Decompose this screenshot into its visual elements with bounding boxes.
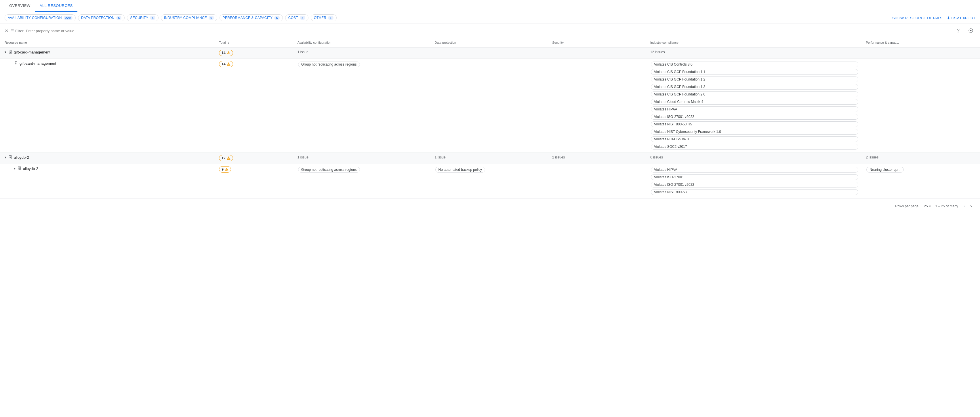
security-cell bbox=[549, 59, 647, 153]
pagination-nav: ‹ › bbox=[963, 202, 973, 210]
right-actions: SHOW RESOURCE DETAILS ⬇ CSV EXPORT bbox=[892, 16, 975, 20]
group-name: gift-card-management bbox=[14, 50, 50, 54]
sort-icon[interactable]: ↓ bbox=[228, 41, 230, 44]
table-row: ▾ 🗄 gift-card-management 14 ⚠ 1 issue 12… bbox=[0, 48, 980, 59]
col-header-availability: Availability configuration bbox=[294, 38, 431, 48]
warning-icon: ⚠ bbox=[225, 167, 229, 172]
industry-tag[interactable]: Violates HIPAA bbox=[651, 106, 858, 112]
industry-tag[interactable]: Violates ISO-27001 bbox=[651, 174, 858, 180]
chevron-down-icon[interactable]: ▾ bbox=[5, 155, 6, 159]
data-protection-cell bbox=[431, 48, 549, 59]
total-cell: 12 ⚠ bbox=[215, 153, 294, 164]
chip-availability[interactable]: AVAILABILITY CONFIGURATION 229 bbox=[5, 14, 76, 21]
availability-tag[interactable]: Group not replicating across regions bbox=[298, 62, 360, 67]
col-header-total[interactable]: Total ↓ bbox=[215, 38, 294, 48]
resources-table: Resource name Total ↓ Availability confi… bbox=[0, 38, 980, 198]
total-cell: 14 ⚠ bbox=[215, 59, 294, 153]
availability-tag[interactable]: Group not replicating across regions bbox=[298, 167, 360, 173]
total-badge: 14 ⚠ bbox=[219, 50, 233, 56]
filter-input[interactable] bbox=[26, 29, 951, 33]
top-tabs: OVERVIEW ALL RESOURCES bbox=[0, 0, 980, 12]
industry-tag[interactable]: Violates ISO-27001 v2022 bbox=[651, 182, 858, 187]
col-header-security: Security bbox=[549, 38, 647, 48]
performance-tag[interactable]: Nearing cluster qu... bbox=[866, 167, 904, 173]
industry-tag[interactable]: Violates SOC2 v2017 bbox=[651, 144, 858, 149]
chip-other[interactable]: OTHER 1 bbox=[311, 14, 337, 21]
group-name: alloydb-2 bbox=[14, 155, 29, 160]
industry-tag[interactable]: Violates Cloud Controls Matrix 4 bbox=[651, 99, 858, 105]
table-row: ▾ 🗄 alloydb-2 12 ⚠ 1 issue 1 issue 2 iss… bbox=[0, 153, 980, 164]
industry-tag[interactable]: Violates CIS GCP Foundation 1.2 bbox=[651, 76, 858, 82]
violations-cell: Violates CIS Controls 8.0Violates CIS GC… bbox=[650, 61, 859, 150]
chip-performance[interactable]: PERFORMANCE & CAPACITY 5 bbox=[220, 14, 283, 21]
item-name: alloydb-2 bbox=[23, 166, 38, 171]
industry-tag[interactable]: Violates HIPAA bbox=[651, 167, 858, 173]
warning-icon: ⚠ bbox=[227, 51, 231, 55]
industry-cell: Violates HIPAAViolates ISO-27001Violates… bbox=[647, 164, 862, 198]
table-container: Resource name Total ↓ Availability confi… bbox=[0, 38, 980, 198]
data-tag[interactable]: No automated backup policy bbox=[435, 167, 485, 173]
rows-per-page-value: 25 bbox=[924, 204, 928, 208]
next-page-button[interactable]: › bbox=[969, 202, 973, 210]
filter-right: ? ⦿ bbox=[953, 26, 975, 35]
tab-overview[interactable]: OVERVIEW bbox=[5, 0, 35, 12]
rows-per-page-label: Rows per page: bbox=[895, 204, 919, 208]
database-icon: 🗄 bbox=[14, 61, 18, 65]
chip-security[interactable]: SECURITY 5 bbox=[127, 14, 159, 21]
data-protection-cell bbox=[431, 59, 549, 153]
industry-tag[interactable]: Violates CIS GCP Foundation 2.0 bbox=[651, 92, 858, 97]
csv-export-button[interactable]: ⬇ CSV EXPORT bbox=[947, 16, 975, 20]
industry-tag[interactable]: Violates PCI-DSS v4.0 bbox=[651, 136, 858, 142]
table-row: ▾ 🗄 alloydb-2 9 ⚠ Group not replicating … bbox=[0, 164, 980, 198]
industry-issues: 6 issues bbox=[650, 155, 663, 159]
total-badge: 9 ⚠ bbox=[219, 166, 231, 173]
columns-icon[interactable]: ⦿ bbox=[966, 26, 975, 35]
col-header-resource: Resource name bbox=[0, 38, 215, 48]
warning-icon: ⚠ bbox=[227, 156, 231, 160]
help-icon[interactable]: ? bbox=[953, 26, 963, 35]
chip-data-protection[interactable]: DATA PROTECTION 5 bbox=[78, 14, 124, 21]
industry-cell: 12 issues bbox=[647, 48, 862, 59]
col-header-data: Data protection bbox=[431, 38, 549, 48]
availability-cell: 1 issue bbox=[294, 48, 431, 59]
rows-per-page-select[interactable]: 25 ▾ bbox=[924, 204, 931, 208]
total-badge: 14 ⚠ bbox=[219, 61, 233, 67]
industry-tag[interactable]: Violates NIST 800-53 R5 bbox=[651, 121, 858, 127]
filter-icon: ☰ bbox=[11, 29, 14, 33]
industry-tag[interactable]: Violates NIST 800-53 bbox=[651, 189, 858, 195]
performance-issues: 2 issues bbox=[866, 155, 878, 159]
close-icon[interactable]: ✕ bbox=[5, 28, 8, 34]
industry-tag[interactable]: Violates NIST Cybersecurity Framework 1.… bbox=[651, 129, 858, 135]
show-resource-details-button[interactable]: SHOW RESOURCE DETAILS bbox=[892, 16, 943, 20]
resource-group[interactable]: ▾ 🗄 gift-card-management bbox=[5, 50, 212, 54]
col-header-industry: Industry compliance bbox=[647, 38, 862, 48]
chip-industry-compliance[interactable]: INDUSTRY COMPLIANCE 6 bbox=[161, 14, 217, 21]
resource-group[interactable]: ▾ 🗄 alloydb-2 bbox=[5, 155, 212, 160]
industry-tag[interactable]: Violates CIS GCP Foundation 1.1 bbox=[651, 69, 858, 75]
performance-cell bbox=[862, 59, 980, 153]
filter-label: ☰ Filter bbox=[11, 29, 24, 33]
database-icon: 🗄 bbox=[8, 50, 12, 54]
database-icon: 🗄 bbox=[8, 155, 12, 160]
total-cell: 9 ⚠ bbox=[215, 164, 294, 198]
total-cell: 14 ⚠ bbox=[215, 48, 294, 59]
filter-row: ✕ ☰ Filter ? ⦿ bbox=[0, 24, 980, 38]
database-icon: 🗄 bbox=[17, 166, 21, 171]
availability-issues: 1 issue bbox=[298, 155, 309, 159]
chip-cost[interactable]: COST 5 bbox=[285, 14, 309, 21]
resource-name-cell: 🗄 gift-card-management bbox=[0, 59, 215, 153]
industry-tag[interactable]: Violates CIS GCP Foundation 1.3 bbox=[651, 84, 858, 90]
chevron-down-icon[interactable]: ▾ bbox=[5, 50, 6, 54]
industry-tag[interactable]: Violates CIS Controls 8.0 bbox=[651, 62, 858, 67]
prev-page-button[interactable]: ‹ bbox=[963, 202, 967, 210]
chevron-down-icon[interactable]: ▾ bbox=[14, 166, 16, 171]
pagination-text: 1 – 25 of many bbox=[935, 204, 958, 208]
resource-name-cell: ▾ 🗄 alloydb-2 bbox=[0, 164, 215, 198]
tab-all-resources[interactable]: ALL RESOURCES bbox=[35, 0, 77, 12]
item-name: gift-card-management bbox=[19, 61, 56, 65]
resource-name-cell: ▾ 🗄 alloydb-2 bbox=[0, 153, 215, 164]
industry-tag[interactable]: Violates ISO-27001 v2022 bbox=[651, 114, 858, 120]
warning-icon: ⚠ bbox=[227, 62, 231, 67]
data-protection-cell: No automated backup policy bbox=[431, 164, 549, 198]
security-cell bbox=[549, 48, 647, 59]
